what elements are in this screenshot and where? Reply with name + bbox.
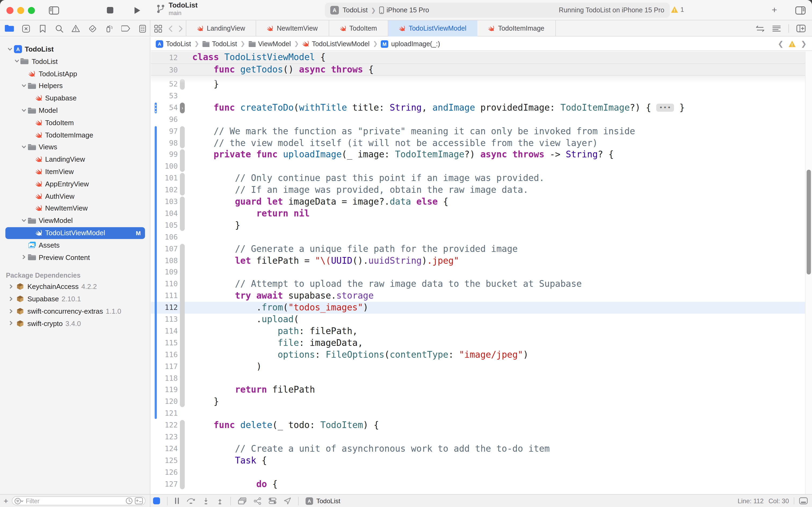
add-tab-button[interactable]: + [768, 4, 781, 16]
sidebar-item-TodoListApp[interactable]: TodoListApp [0, 67, 151, 80]
scheme-device[interactable]: iPhone 15 Pro [387, 6, 429, 14]
code-line[interactable]: 99 private func uploadImage(_ image: Tod… [151, 149, 812, 161]
code-line[interactable]: 103 guard let imageData = image?.data el… [151, 196, 812, 208]
line-number[interactable]: 123 [151, 431, 178, 443]
sidebar-item-TodoList[interactable]: TodoList [0, 55, 151, 68]
editor-layout-icon[interactable] [151, 20, 165, 37]
code-line[interactable]: 111 try await supabase.storage [151, 290, 812, 302]
code-line[interactable]: 116 options: FileOptions(contentType: "i… [151, 349, 812, 361]
code-line[interactable]: 107 // Generate a unique file path for t… [151, 243, 812, 255]
disclosure-right-icon[interactable] [9, 321, 14, 326]
add-file-button[interactable]: + [0, 496, 12, 505]
find-navigator-icon[interactable] [54, 23, 64, 33]
disclosure-down-icon[interactable] [21, 83, 27, 89]
tab-TodoItem[interactable]: TodoItem [329, 20, 388, 37]
line-number[interactable]: 127 [151, 478, 178, 490]
close-window-button[interactable] [6, 7, 13, 14]
run-button[interactable] [130, 4, 143, 16]
step-over-icon[interactable] [186, 497, 195, 504]
code-line[interactable]: 106 [151, 231, 812, 243]
code-line[interactable]: 112 .from("todos_images") [151, 302, 812, 314]
line-number[interactable]: 96 [151, 114, 178, 125]
source-control-change-bar[interactable] [155, 103, 157, 113]
breadcrumb-uploadImage(_:)[interactable]: MuploadImage(_:) [381, 40, 440, 48]
code-line[interactable]: 118 [151, 373, 812, 384]
disclosure-right-icon[interactable] [9, 308, 14, 314]
fold-ribbon-segment[interactable] [180, 196, 185, 231]
filter-field[interactable]: Filter [12, 496, 146, 505]
breakpoints-toggle-icon[interactable] [153, 497, 160, 504]
tab-TodoItemImage[interactable]: TodoItemImage [478, 20, 556, 37]
project-navigator-icon[interactable] [4, 23, 14, 33]
package-item-Supabase[interactable]: Supabase2.10.1 [0, 293, 151, 305]
memory-graph-icon[interactable] [253, 497, 262, 505]
code-line[interactable]: 110 // Attempt to upload the raw image d… [151, 278, 812, 290]
disclosure-right-icon[interactable] [9, 296, 14, 301]
line-number[interactable]: 12 [151, 52, 178, 64]
package-item-KeychainAccess[interactable]: KeychainAccess4.2.2 [0, 281, 151, 293]
source-editor[interactable]: 12class TodoListViewModel {30 func getTo… [151, 52, 812, 494]
disclosure-right-icon[interactable] [9, 284, 14, 289]
bookmarks-navigator-icon[interactable] [38, 23, 47, 33]
environment-overrides-icon[interactable] [269, 497, 277, 504]
code-review-icon[interactable] [756, 25, 765, 32]
code-line[interactable]: 54 func createToDo(withTitle title: Stri… [151, 102, 812, 114]
sidebar-item-AppEntryView[interactable]: AppEntryView [0, 178, 151, 190]
tab-LandingView[interactable]: LandingView [186, 20, 256, 37]
fold-ribbon-segment[interactable] [180, 173, 185, 195]
code-line[interactable]: 104 return nil [151, 208, 812, 220]
breadcrumb-TodoListViewModel[interactable]: TodoListViewModel [302, 40, 369, 48]
editor-scrollbar[interactable] [805, 52, 812, 494]
code-line[interactable]: 100 [151, 161, 812, 173]
source-control-change-bar[interactable] [155, 126, 157, 419]
breadcrumb-ViewModel[interactable]: ViewModel [248, 40, 291, 48]
sidebar-item-TodoItem[interactable]: TodoItem [0, 117, 151, 129]
disclosure-down-icon[interactable] [21, 145, 27, 150]
disclosure-right-icon[interactable] [21, 255, 27, 260]
disclosure-down-icon[interactable] [14, 59, 20, 64]
step-out-icon[interactable] [217, 497, 223, 505]
scheme-selector[interactable]: A TodoList ❯ iPhone 15 Pro Running TodoL… [325, 3, 670, 18]
line-number[interactable]: 124 [151, 443, 178, 455]
running-app-indicator[interactable]: ATodoList [305, 497, 340, 505]
sidebar-item-LandingView[interactable]: LandingView [0, 153, 151, 165]
debug-navigator-icon[interactable] [104, 23, 114, 33]
code-line[interactable]: 126 [151, 466, 812, 478]
line-number[interactable]: 125 [151, 455, 178, 467]
sidebar-item-AuthView[interactable]: AuthView [0, 190, 151, 202]
code-line[interactable]: 102 // If an image was provided, obtain … [151, 184, 812, 196]
toggle-left-sidebar-icon[interactable] [47, 4, 60, 16]
fold-ribbon-segment[interactable] [180, 126, 185, 149]
sidebar-item-Assets[interactable]: Assets [0, 239, 151, 251]
folded-code-chip[interactable]: ••• [656, 104, 674, 112]
code-line[interactable]: 119 return filePath [151, 384, 812, 396]
code-line[interactable]: 114 path: filePath, [151, 326, 812, 337]
flagged-filter-icon[interactable] [135, 497, 143, 504]
previous-issue-icon[interactable]: ❮ [777, 40, 784, 48]
code-line[interactable]: 101 // Only continue past this point if … [151, 172, 812, 184]
code-line[interactable]: 125 Task { [151, 455, 812, 467]
stop-button[interactable] [104, 4, 117, 16]
tab-TodoListViewModel[interactable]: TodoListViewModel [388, 20, 478, 37]
minimize-window-button[interactable] [17, 7, 24, 14]
sidebar-item-TodoItemImage[interactable]: TodoItemImage [0, 129, 151, 141]
package-item-swift-crypto[interactable]: swift-crypto3.4.0 [0, 318, 151, 330]
view-hierarchy-icon[interactable] [238, 497, 246, 505]
code-line[interactable]: 124 // Create a unit of asynchronous wor… [151, 443, 812, 455]
add-editor-icon[interactable] [797, 25, 806, 32]
source-control-navigator-icon[interactable] [21, 23, 31, 33]
code-line[interactable]: 122 func delete(_ todo: TodoItem) { [151, 419, 812, 431]
code-line[interactable]: 97 // We mark the function as "private" … [151, 125, 812, 137]
toggle-right-inspector-icon[interactable] [794, 4, 807, 16]
code-line[interactable]: 121 [151, 408, 812, 419]
line-number[interactable]: 122 [151, 419, 178, 431]
fold-disclosure-icon[interactable]: › [180, 103, 185, 113]
fold-ribbon-segment[interactable] [180, 420, 185, 490]
code-line[interactable]: 98 // the view model itself (it will not… [151, 137, 812, 149]
zoom-window-button[interactable] [28, 7, 35, 14]
sticky-line[interactable]: 30 func getTodos() async throws { [151, 64, 812, 76]
breakpoints-navigator-icon[interactable] [121, 23, 130, 33]
sidebar-item-ViewModel[interactable]: ViewModel [0, 214, 151, 227]
fold-ribbon-segment[interactable] [180, 243, 185, 407]
code-line[interactable]: 109 [151, 267, 812, 278]
